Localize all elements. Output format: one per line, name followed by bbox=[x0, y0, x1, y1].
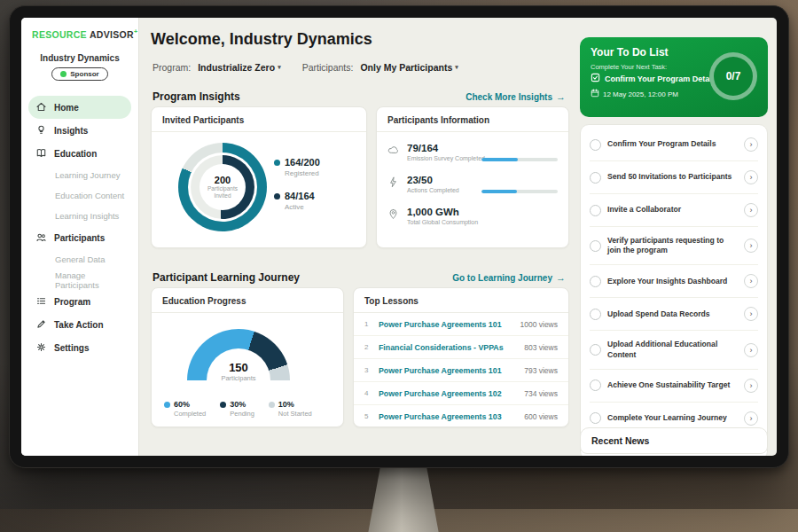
task-item[interactable]: Explore Your Insights Dashboard › bbox=[590, 265, 758, 298]
legend-label: Registered bbox=[285, 169, 320, 177]
link-label: Go to Learning Journey bbox=[452, 273, 552, 283]
info-value: 1,000 GWh bbox=[407, 207, 478, 217]
chevron-right-icon[interactable]: › bbox=[744, 307, 758, 321]
lesson-title-link[interactable]: Power Purchase Agreements 103 bbox=[379, 412, 517, 421]
sidebar-item-learning-journey[interactable]: Learning Journey bbox=[28, 165, 131, 185]
participants-filter-select[interactable]: Only My Participants ▾ bbox=[360, 62, 458, 73]
lesson-title-link[interactable]: Power Purchase Agreements 101 bbox=[379, 366, 517, 375]
task-label: Invite a Collaborator bbox=[607, 205, 738, 215]
gauge-center-value: 150 bbox=[187, 361, 290, 374]
task-checkbox[interactable] bbox=[590, 412, 601, 424]
task-checkbox[interactable] bbox=[590, 276, 601, 287]
legend-dot bbox=[269, 402, 275, 408]
task-item[interactable]: Send 50 Invitations to Participants › bbox=[590, 161, 758, 194]
learning-journey-header: Participant Learning Journey Go to Learn… bbox=[153, 271, 566, 284]
program-filter-select[interactable]: Industrialize Zero ▾ bbox=[198, 62, 280, 73]
chevron-right-icon[interactable]: › bbox=[744, 343, 758, 357]
list-icon bbox=[35, 295, 47, 309]
task-item[interactable]: Upload Spend Data Records › bbox=[590, 298, 758, 331]
next-task-label: Confirm Your Program Details bbox=[605, 74, 718, 83]
chevron-right-icon[interactable]: › bbox=[744, 239, 758, 253]
program-filter-value: Industrialize Zero bbox=[198, 62, 275, 73]
lesson-row[interactable]: 2 Financial Considerations - VPPAs 803 v… bbox=[354, 336, 568, 359]
pencil-icon bbox=[35, 318, 47, 332]
todo-summary-card: Your To Do List Complete Your Next Task:… bbox=[580, 37, 768, 117]
chevron-right-icon[interactable]: › bbox=[744, 203, 758, 217]
recent-news-card: Recent News bbox=[580, 427, 768, 454]
chevron-right-icon[interactable]: › bbox=[744, 274, 758, 288]
task-item[interactable]: Verify participants requesting to join t… bbox=[590, 227, 758, 265]
lesson-rank: 4 bbox=[364, 389, 372, 397]
section-title-program-insights: Program Insights bbox=[153, 90, 240, 103]
gauge-center-label: Participants bbox=[187, 374, 290, 382]
task-label: Confirm Your Program Details bbox=[607, 139, 738, 149]
legend-label: Not Started bbox=[278, 410, 312, 418]
sidebar-item-label: Settings bbox=[54, 343, 89, 353]
donut-center: 200 Participants Invited bbox=[200, 164, 246, 210]
legend-entry-not-started: 10% Not Started bbox=[269, 400, 312, 418]
lesson-row[interactable]: 4 Power Purchase Agreements 102 734 view… bbox=[354, 382, 568, 405]
sidebar-item-general-data[interactable]: General Data bbox=[28, 249, 131, 270]
legend-value: 164/200 bbox=[285, 157, 320, 168]
sidebar-item-take-action[interactable]: Take Action bbox=[28, 313, 131, 336]
task-checkbox[interactable] bbox=[590, 172, 601, 184]
task-label: Complete Your Learning Journey bbox=[607, 413, 738, 423]
lesson-title-link[interactable]: Power Purchase Agreements 102 bbox=[379, 389, 517, 398]
sidebar-item-education-content[interactable]: Education Content bbox=[28, 185, 131, 206]
task-item[interactable]: Confirm Your Program Details › bbox=[590, 129, 758, 161]
sidebar-item-home[interactable]: Home bbox=[28, 96, 131, 119]
lesson-row[interactable]: 5 Power Purchase Agreements 103 600 view… bbox=[354, 405, 568, 427]
chevron-right-icon[interactable]: › bbox=[744, 379, 758, 393]
sidebar-item-program[interactable]: Program bbox=[28, 290, 131, 313]
info-row-actions: 23/50 Actions Completed bbox=[387, 175, 459, 193]
invited-participants-card: Invited Participants 200 Participants In… bbox=[151, 106, 367, 248]
sidebar-item-settings[interactable]: Settings bbox=[28, 336, 131, 359]
lesson-views: 793 views bbox=[524, 366, 558, 375]
task-checkbox[interactable] bbox=[590, 240, 601, 252]
info-value: 23/50 bbox=[407, 175, 459, 185]
page-title: Welcome, Industry Dynamics bbox=[151, 30, 372, 49]
actions-progress-bar bbox=[481, 190, 558, 193]
chevron-right-icon[interactable]: › bbox=[744, 170, 758, 184]
monitor-bezel: RESOURCEADVISOR+ Industry Dynamics Spons… bbox=[9, 5, 789, 468]
legend-label: Completed bbox=[174, 410, 206, 418]
task-item[interactable]: Achieve One Sustainability Target › bbox=[590, 370, 758, 403]
sidebar-item-learning-insights[interactable]: Learning Insights bbox=[28, 206, 131, 226]
task-label: Send 50 Invitations to Participants bbox=[607, 172, 738, 182]
lesson-title-link[interactable]: Power Purchase Agreements 101 bbox=[379, 320, 512, 329]
info-label: Total Global Consumption bbox=[407, 219, 478, 225]
lesson-rank: 1 bbox=[364, 320, 372, 328]
chevron-right-icon[interactable]: › bbox=[744, 137, 758, 152]
lesson-title-link[interactable]: Financial Considerations - VPPAs bbox=[379, 343, 517, 352]
task-label: Achieve One Sustainability Target bbox=[607, 380, 738, 390]
task-item[interactable]: Upload Additional Educational Content › bbox=[590, 331, 758, 369]
sidebar-item-label: Participants bbox=[54, 233, 105, 243]
legend-value: 60% bbox=[174, 400, 190, 409]
sponsor-badge-wrap: Sponsor bbox=[21, 67, 138, 81]
lesson-row[interactable]: 3 Power Purchase Agreements 101 793 view… bbox=[354, 359, 568, 382]
top-lessons-card: Top Lessons 1 Power Purchase Agreements … bbox=[353, 287, 569, 427]
task-item[interactable]: Invite a Collaborator › bbox=[590, 194, 758, 227]
sidebar-item-insights[interactable]: Insights bbox=[28, 119, 131, 142]
task-checkbox[interactable] bbox=[590, 344, 601, 356]
task-checkbox[interactable] bbox=[590, 309, 601, 320]
lesson-row[interactable]: 1 Power Purchase Agreements 101 1000 vie… bbox=[354, 313, 568, 336]
arrow-right-icon: → bbox=[556, 272, 566, 283]
participants-information-card: Participants Information 79/164 Emission… bbox=[376, 106, 569, 248]
arrow-right-icon: → bbox=[556, 91, 566, 102]
logo-plus-icon: + bbox=[134, 28, 137, 35]
task-checkbox[interactable] bbox=[590, 205, 601, 216]
sidebar-item-education[interactable]: Education bbox=[28, 142, 131, 165]
task-checkbox[interactable] bbox=[590, 139, 601, 151]
lesson-views: 600 views bbox=[524, 412, 558, 421]
chevron-down-icon: ▾ bbox=[278, 64, 281, 71]
check-more-insights-link[interactable]: Check More Insights → bbox=[466, 91, 566, 102]
chevron-right-icon[interactable]: › bbox=[744, 411, 758, 426]
next-task-row[interactable]: Confirm Your Program Details bbox=[591, 73, 718, 84]
sidebar-item-label: Education Content bbox=[55, 191, 124, 200]
sidebar-item-label: Education bbox=[54, 149, 97, 159]
go-to-learning-journey-link[interactable]: Go to Learning Journey → bbox=[452, 272, 566, 283]
sidebar-item-participants[interactable]: Participants bbox=[28, 226, 131, 249]
sidebar-item-manage-participants[interactable]: Manage Participants bbox=[28, 270, 131, 290]
task-checkbox[interactable] bbox=[590, 379, 601, 391]
